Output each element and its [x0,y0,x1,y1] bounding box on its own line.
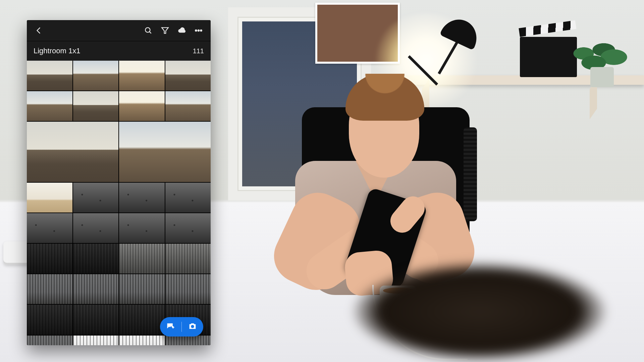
photo-thumbnail[interactable] [27,244,72,274]
add-photos-button[interactable] [166,321,175,332]
svg-point-3 [195,30,197,31]
fab-divider [181,322,182,332]
photo-thumbnail[interactable] [73,336,119,345]
photo-thumbnail[interactable] [27,274,72,304]
chevron-left-icon [35,26,43,35]
photo-thumbnail[interactable] [27,305,72,335]
photo-thumbnail[interactable] [119,305,165,335]
photo-thumbnail[interactable] [119,61,165,90]
photo-thumbnail[interactable] [73,274,119,304]
background-plant [560,40,634,87]
photo-thumbnail[interactable] [27,91,72,121]
back-button[interactable] [32,23,46,38]
photo-grid-scroll[interactable] [27,61,211,345]
photo-thumbnail[interactable] [165,244,211,274]
search-icon [144,26,153,35]
photo-thumbnail[interactable] [165,91,211,121]
add-image-icon [166,321,175,331]
photo-thumbnail[interactable] [73,183,119,213]
svg-line-1 [149,32,151,33]
photo-thumbnail[interactable] [119,183,165,213]
photo-thumbnail[interactable] [73,61,119,90]
more-horizontal-icon [194,26,203,35]
camera-icon [188,321,197,331]
cloud-sync-button[interactable] [174,23,189,38]
photo-thumbnail[interactable] [119,244,165,274]
album-title: Lightroom 1x1 [34,47,80,55]
photo-thumbnail[interactable] [27,213,72,243]
svg-point-0 [145,27,150,32]
more-options-button[interactable] [191,23,206,38]
filter-icon [161,26,169,35]
photo-thumbnail[interactable] [73,91,119,121]
lightroom-app: Lightroom 1x1 111 [27,20,211,345]
photo-thumbnail[interactable] [165,336,211,345]
photo-thumbnail[interactable] [165,183,211,213]
photo-thumbnail[interactable] [73,305,119,335]
open-camera-button[interactable] [188,321,197,332]
photo-thumbnail[interactable] [119,213,165,243]
photo-thumbnail[interactable] [73,213,119,243]
svg-point-4 [198,30,199,31]
photo-thumbnail[interactable] [27,122,118,182]
photo-thumbnail[interactable] [27,183,72,213]
photo-thumbnail[interactable] [165,274,211,304]
filter-button[interactable] [158,23,172,38]
cloud-icon [177,26,186,35]
photo-thumbnail[interactable] [27,336,72,345]
photo-grid [27,61,211,345]
app-topbar [27,20,211,41]
background-camera-blur [352,261,607,362]
photo-thumbnail[interactable] [119,91,165,121]
background-charger [3,241,30,265]
album-header[interactable]: Lightroom 1x1 111 [27,41,211,61]
photo-thumbnail[interactable] [119,274,165,304]
photo-thumbnail[interactable] [119,122,211,182]
svg-marker-2 [162,27,168,33]
add-capture-fab[interactable] [160,317,204,337]
photo-thumbnail[interactable] [119,336,165,345]
photo-thumbnail[interactable] [165,61,211,90]
album-photo-count: 111 [193,47,204,55]
search-button[interactable] [141,23,156,38]
photo-thumbnail[interactable] [73,244,119,274]
photo-thumbnail[interactable] [165,213,211,243]
photo-thumbnail[interactable] [27,61,72,90]
svg-point-5 [200,30,202,31]
